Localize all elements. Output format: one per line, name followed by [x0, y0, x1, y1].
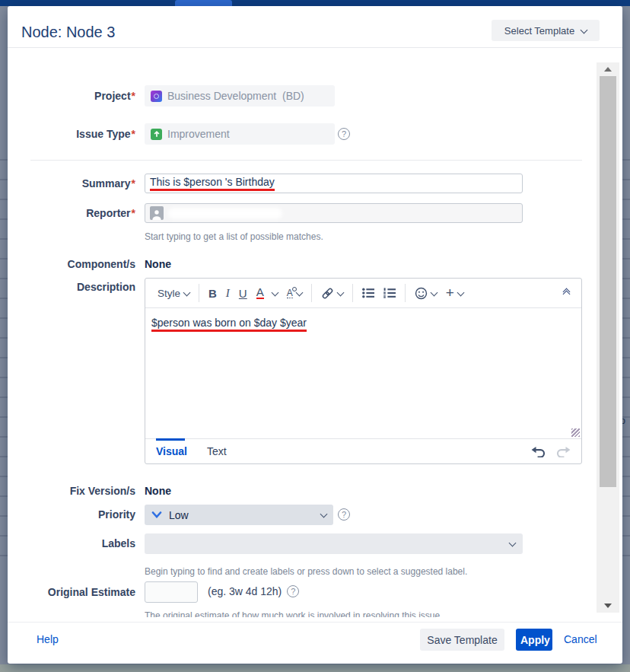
- reporter-input[interactable]: [145, 203, 523, 223]
- dimmed-background-footer: [0, 664, 630, 672]
- toolbar-separator: [405, 284, 406, 302]
- redo-icon[interactable]: [556, 445, 571, 457]
- chevron-down-icon: [336, 288, 344, 296]
- toolbar-separator: [199, 284, 199, 302]
- link-icon: [321, 287, 334, 300]
- priority-select[interactable]: Low: [145, 505, 333, 525]
- bullet-list-button[interactable]: [358, 285, 379, 301]
- apply-button[interactable]: Apply: [516, 629, 552, 651]
- components-label: Component/s: [8, 257, 135, 271]
- description-label: Description: [8, 280, 135, 294]
- underline-button[interactable]: U: [234, 285, 252, 302]
- project-avatar-icon: [151, 91, 162, 102]
- help-link[interactable]: Help: [37, 633, 59, 645]
- priority-label: Priority: [8, 505, 135, 525]
- insert-more-dropdown[interactable]: +: [441, 285, 468, 301]
- bullet-list-icon: [362, 288, 374, 298]
- scroll-down-arrow-icon[interactable]: [604, 604, 612, 608]
- description-text-misspelled: $person was born on $day $year: [151, 317, 307, 332]
- description-editor[interactable]: Style B I U A A +: [145, 278, 582, 464]
- undo-icon[interactable]: [531, 445, 546, 457]
- chevron-down-icon: [581, 26, 588, 33]
- required-asterisk: *: [132, 177, 135, 189]
- select-template-button[interactable]: Select Template: [492, 20, 600, 41]
- style-dropdown[interactable]: Style: [153, 285, 194, 301]
- user-avatar-icon: [150, 206, 164, 220]
- vertical-scrollbar[interactable]: [597, 62, 619, 613]
- original-estimate-help-icon[interactable]: ?: [287, 585, 299, 597]
- chevron-down-icon: [457, 288, 464, 296]
- dialog-footer: Help Save Template Apply Cancel: [8, 622, 622, 664]
- required-asterisk: *: [132, 128, 135, 140]
- project-field-readonly: Business Development (BD): [145, 85, 335, 107]
- original-estimate-label: Original Estimate: [8, 581, 135, 603]
- description-content-area[interactable]: $person was born on $day $year: [145, 308, 581, 439]
- chevron-down-icon: [295, 288, 303, 296]
- text-size-dropdown[interactable]: A: [282, 286, 307, 301]
- issue-type-field-readonly: Improvement: [145, 123, 335, 145]
- original-estimate-input[interactable]: [145, 581, 198, 603]
- node-dialog: Node: Node 3 Select Template Project* Bu…: [8, 6, 622, 664]
- chevron-down-icon: [509, 540, 517, 547]
- select-template-label: Select Template: [504, 25, 574, 37]
- page-title: Node: Node 3: [21, 24, 115, 41]
- italic-button[interactable]: I: [221, 285, 234, 302]
- chevron-down-icon: [430, 288, 438, 296]
- tab-text[interactable]: Text: [207, 445, 227, 457]
- link-dropdown[interactable]: [317, 285, 348, 302]
- app-topbar: [0, 0, 630, 6]
- section-divider: [30, 160, 582, 161]
- reporter-label: Reporter*: [8, 203, 135, 223]
- bold-button[interactable]: B: [204, 285, 221, 302]
- priority-help-icon[interactable]: ?: [338, 508, 350, 521]
- toolbar-separator: [352, 284, 353, 302]
- issue-type-label: Issue Type*: [8, 123, 135, 145]
- chevron-down-icon: [183, 288, 191, 296]
- numbered-list-icon: [383, 288, 396, 298]
- summary-input[interactable]: This is $person 's Birthday: [145, 174, 523, 193]
- fix-versions-label: Fix Version/s: [8, 484, 135, 498]
- chevron-down-icon: [271, 288, 278, 296]
- reporter-name-blurred: [168, 208, 282, 219]
- emoji-icon: [415, 287, 428, 300]
- reporter-helper-text: Start typing to get a list of possible m…: [145, 231, 323, 242]
- summary-label: Summary*: [8, 174, 135, 193]
- save-template-button[interactable]: Save Template: [420, 629, 504, 651]
- emoji-dropdown[interactable]: [410, 285, 441, 302]
- priority-low-icon: [151, 511, 162, 518]
- editor-toolbar: Style B I U A A +: [145, 279, 581, 308]
- labels-select[interactable]: [145, 533, 523, 554]
- required-asterisk: *: [132, 207, 135, 219]
- chevron-down-icon: [320, 511, 328, 518]
- scrollbar-thumb[interactable]: [600, 76, 616, 487]
- labels-helper-text: Begin typing to find and create labels o…: [145, 566, 467, 577]
- priority-value: Low: [169, 509, 189, 521]
- original-estimate-example: (eg. 3w 4d 12h) ?: [208, 585, 299, 597]
- header-divider: [8, 47, 622, 48]
- scroll-up-arrow-icon[interactable]: [604, 67, 612, 72]
- tab-visual[interactable]: Visual: [156, 445, 187, 457]
- required-asterisk: *: [132, 90, 135, 102]
- active-tab-indicator: [175, 0, 232, 6]
- project-label: Project*: [8, 85, 135, 107]
- collapse-toolbar-button[interactable]: [559, 288, 574, 298]
- editor-mode-tabs: Visual Text: [145, 439, 581, 463]
- resize-handle[interactable]: [571, 428, 580, 437]
- cancel-link[interactable]: Cancel: [564, 633, 597, 645]
- active-tab-underline: [156, 438, 185, 441]
- summary-value-misspelled: This is $person 's Birthday: [150, 176, 275, 191]
- fix-versions-value: None: [145, 484, 171, 498]
- project-value: Business Development (BD): [167, 90, 304, 102]
- text-color-dropdown[interactable]: A: [252, 285, 282, 301]
- issue-type-value: Improvement: [167, 128, 230, 140]
- issue-type-help-icon[interactable]: ?: [338, 128, 350, 140]
- labels-label: Labels: [8, 533, 135, 554]
- original-estimate-helper-clipped: The original estimate of how much work i…: [145, 610, 472, 617]
- improvement-icon: [151, 129, 162, 140]
- numbered-list-button[interactable]: [379, 285, 400, 301]
- plus-icon: +: [446, 288, 454, 298]
- toolbar-separator: [311, 284, 312, 302]
- components-value: None: [145, 257, 171, 271]
